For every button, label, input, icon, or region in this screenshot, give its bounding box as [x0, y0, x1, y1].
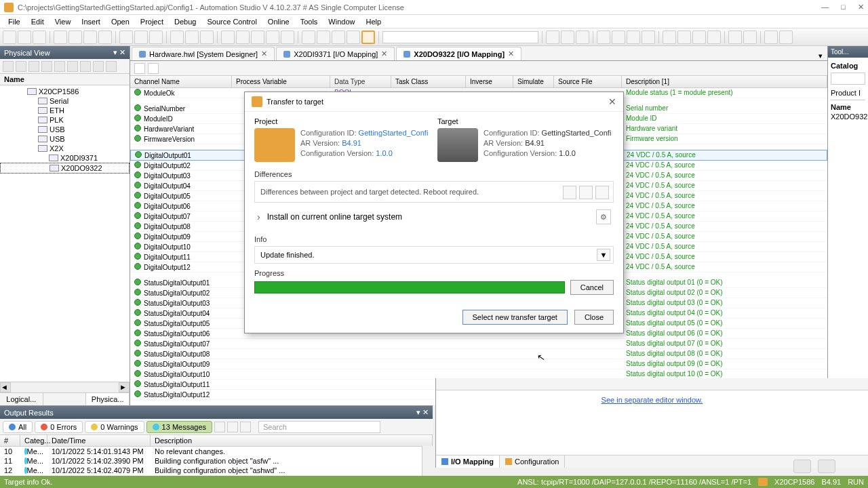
toolbar-button[interactable]	[347, 30, 360, 44]
toolbar-button[interactable]	[317, 30, 330, 44]
output-controls[interactable]: ▾ ✕	[416, 408, 429, 417]
toolbar-button[interactable]	[576, 30, 589, 44]
toolbar-button[interactable]	[185, 30, 199, 44]
tab-close-icon[interactable]: ✕	[381, 49, 387, 58]
toolbar-button[interactable]	[728, 30, 742, 44]
minimize-icon[interactable]: —	[821, 3, 829, 12]
info-dropdown-icon[interactable]: ▼	[597, 249, 610, 261]
toolbar-button[interactable]	[663, 30, 676, 44]
tree-item[interactable]: PLK	[0, 115, 130, 125]
toolbar-button[interactable]	[743, 30, 757, 44]
menu-file[interactable]: File	[3, 16, 26, 27]
filter-all[interactable]: All	[3, 421, 33, 433]
tab-physical[interactable]: Physica...	[86, 393, 130, 405]
mini-button[interactable]	[16, 61, 26, 72]
tabs-dropdown[interactable]: ▾	[814, 52, 827, 60]
gear-icon[interactable]: ⚙	[596, 209, 611, 224]
doc-tab[interactable]: Hardware.hwl [System Designer]✕	[132, 47, 275, 60]
tree-item[interactable]: USB	[0, 125, 130, 134]
menu-insert[interactable]: Insert	[76, 16, 106, 27]
menu-online[interactable]: Online	[262, 16, 295, 27]
hardware-tree[interactable]: X20CP1586SerialETHPLKUSBUSBX2XX20DI9371X…	[0, 85, 130, 382]
toolbar-button[interactable]	[236, 30, 250, 44]
mini-button[interactable]	[93, 61, 104, 72]
install-section[interactable]: › Install on current online target syste…	[254, 203, 614, 231]
output-row[interactable]: 11Me...10/1/2022 5:14:02.3990 PMBuilding…	[0, 456, 433, 466]
grid-row[interactable]: StatusDigitalOutput09Status digital outp…	[130, 359, 827, 369]
toolbar-button-monitor[interactable]	[361, 30, 375, 44]
toolbar-button[interactable]	[18, 30, 31, 44]
toolbar-combo[interactable]	[382, 31, 538, 43]
tab-io-mapping[interactable]: I/O Mapping	[436, 455, 500, 468]
tab-close-icon[interactable]: ✕	[261, 49, 267, 58]
output-btn[interactable]	[227, 422, 238, 432]
tab-logical[interactable]: Logical...	[0, 393, 43, 405]
catalog-item[interactable]	[831, 73, 865, 85]
select-new-target-button[interactable]: Select new transfer target	[462, 310, 568, 325]
output-btn[interactable]	[214, 422, 225, 432]
toolbar-button[interactable]	[302, 30, 315, 44]
toolbar-button[interactable]	[627, 30, 640, 44]
tree-item[interactable]: ETH	[0, 106, 130, 115]
toolbar-button[interactable]	[149, 30, 163, 44]
mini-button[interactable]	[67, 61, 78, 72]
toolbar-button[interactable]	[612, 30, 625, 44]
output-btn[interactable]	[240, 422, 251, 432]
maximize-icon[interactable]: □	[841, 3, 846, 12]
sub-button[interactable]	[134, 63, 145, 74]
menu-source-control[interactable]: Source Control	[201, 16, 262, 27]
toolbar-button[interactable]	[68, 30, 82, 44]
grid-row[interactable]: StatusDigitalOutput08Status digital outp…	[130, 349, 827, 359]
toolbar-button[interactable]	[134, 30, 148, 44]
output-search[interactable]: Search	[258, 421, 380, 433]
toolbar-button[interactable]	[642, 30, 655, 44]
close-button[interactable]: Close	[574, 310, 614, 325]
toolbar-button[interactable]	[200, 30, 214, 44]
menu-open[interactable]: Open	[106, 16, 135, 27]
mini-button[interactable]	[106, 61, 117, 72]
doc-tab[interactable]: X20DO9322 [I/O Mapping]✕	[396, 47, 521, 60]
mini-button[interactable]	[54, 61, 65, 72]
tree-item[interactable]: X20DO9322	[0, 163, 130, 174]
mini-button[interactable]	[3, 61, 14, 72]
doc-tab[interactable]: X20DI9371 [I/O Mapping]✕	[276, 47, 395, 60]
menu-debug[interactable]: Debug	[169, 16, 201, 27]
toolbar-button[interactable]	[597, 30, 610, 44]
float-button[interactable]	[818, 460, 835, 473]
menu-window[interactable]: Window	[323, 16, 360, 27]
diff-button[interactable]	[595, 186, 609, 199]
tree-scrollbar[interactable]: ◄►	[0, 382, 130, 392]
float-button[interactable]	[793, 460, 811, 473]
tree-item[interactable]: Serial	[0, 96, 130, 106]
tab-config[interactable]	[43, 393, 87, 405]
mini-button[interactable]	[80, 61, 91, 72]
toolbar-button[interactable]	[677, 30, 691, 44]
toolbar-button[interactable]	[98, 30, 112, 44]
menu-help[interactable]: Help	[360, 16, 387, 27]
toolbar-button[interactable]	[692, 30, 706, 44]
toolbar-button[interactable]	[119, 30, 133, 44]
toolbar-button[interactable]	[3, 30, 16, 44]
tree-item[interactable]: X20DI9371	[0, 153, 130, 163]
menu-edit[interactable]: Edit	[26, 16, 50, 27]
toolbar-button[interactable]	[281, 30, 294, 44]
output-row[interactable]: 12Me...10/1/2022 5:14:02.4079 PMBuilding…	[0, 466, 433, 475]
toolbar-button[interactable]	[764, 30, 778, 44]
close-icon[interactable]: ✕	[858, 3, 864, 12]
cancel-button[interactable]: Cancel	[570, 280, 614, 295]
grid-row[interactable]: StatusDigitalOutput07Status digital outp…	[130, 339, 827, 349]
mini-button[interactable]	[41, 61, 52, 72]
toolbar-button-help[interactable]	[779, 30, 793, 44]
separate-editor-link[interactable]: See in separate editor window.	[436, 390, 868, 409]
toolbar-button[interactable]	[221, 30, 235, 44]
menu-project[interactable]: Project	[135, 16, 169, 27]
toolbar-button[interactable]	[83, 30, 97, 44]
diff-button[interactable]	[563, 186, 576, 199]
toolbar-button[interactable]	[707, 30, 721, 44]
toolbar-button[interactable]	[546, 30, 559, 44]
panel-pin-icon[interactable]: ▾ ✕	[113, 48, 125, 57]
filter-errors[interactable]: 0 Errors	[35, 421, 83, 433]
output-row[interactable]: 10Me...10/1/2022 5:14:01.9143 PMNo relev…	[0, 447, 433, 456]
toolbar-button[interactable]	[33, 30, 46, 44]
tab-close-icon[interactable]: ✕	[508, 49, 514, 58]
